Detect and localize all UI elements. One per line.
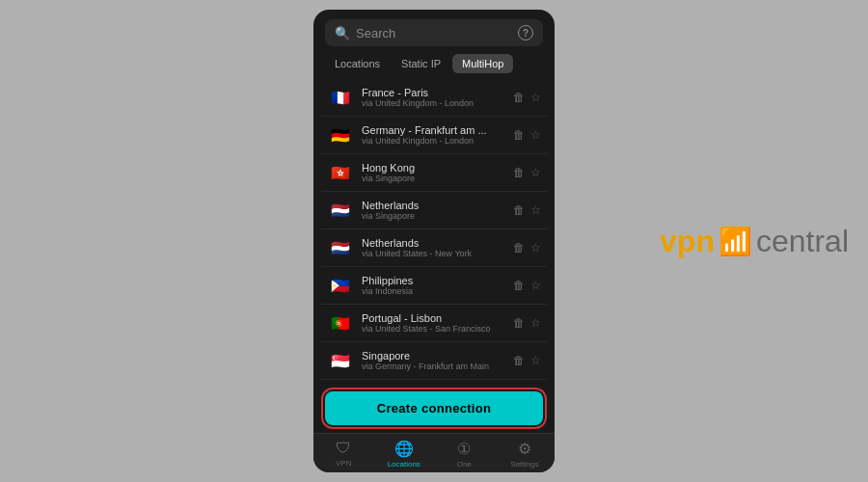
item-via: via Singapore: [362, 174, 505, 183]
list-item[interactable]: 🇭🇰 Hong Kong via Singapore 🗑 ☆: [321, 154, 547, 192]
signal-icon: 📶: [719, 226, 752, 257]
flag-icon: 🇳🇱: [327, 238, 354, 257]
help-icon[interactable]: ?: [518, 25, 533, 40]
delete-icon[interactable]: 🗑: [513, 316, 525, 330]
item-actions: 🗑 ☆: [513, 354, 541, 367]
item-name: Portugal - Lisbon: [362, 312, 505, 324]
star-icon[interactable]: ☆: [530, 354, 541, 367]
nav-label-one: One: [457, 460, 472, 469]
item-actions: 🗑 ☆: [513, 91, 541, 104]
item-name: Netherlands: [362, 200, 505, 211]
nav-icon-one: ①: [457, 440, 471, 458]
item-info: Portugal - Lisbon via United States - Sa…: [362, 312, 505, 334]
list-item[interactable]: 🇩🇪 Germany - Frankfurt am ... via United…: [321, 117, 547, 154]
item-name: Germany - Frankfurt am ...: [362, 124, 505, 136]
item-via: via United States - San Francisco: [362, 324, 505, 334]
flag-icon: 🇸🇬: [327, 351, 354, 370]
item-info: Germany - Frankfurt am ... via United Ki…: [362, 124, 505, 146]
flag-icon: 🇫🇷: [327, 88, 354, 107]
flag-icon: 🇭🇰: [327, 163, 354, 182]
nav-icon-locations: 🌐: [394, 440, 414, 458]
delete-icon[interactable]: 🗑: [513, 203, 525, 217]
item-via: via United States - New York: [362, 249, 505, 258]
item-name: Netherlands: [362, 237, 505, 249]
delete-icon[interactable]: 🗑: [513, 91, 525, 104]
item-info: Netherlands via Singapore: [362, 200, 505, 221]
bottom-nav: 🛡 VPN 🌐 Locations ① One ⚙ Settings: [313, 433, 555, 472]
item-via: via Germany - Frankfurt am Main: [362, 362, 505, 371]
search-bar: 🔍 Search ?: [325, 19, 543, 46]
list-item[interactable]: 🇫🇷 France - Paris via United Kingdom - L…: [321, 79, 547, 117]
star-icon[interactable]: ☆: [530, 166, 541, 179]
star-icon[interactable]: ☆: [530, 316, 541, 330]
list-item[interactable]: 🇳🇱 Netherlands via United States - New Y…: [321, 229, 547, 267]
list-item[interactable]: 🇵🇹 Portugal - Lisbon via United States -…: [321, 305, 547, 342]
create-connection-wrap: Create connection: [313, 384, 555, 433]
nav-item-vpn[interactable]: 🛡 VPN: [313, 438, 374, 470]
nav-item-locations[interactable]: 🌐 Locations: [374, 438, 435, 470]
flag-icon: 🇩🇪: [327, 125, 354, 145]
tab-multihop[interactable]: MultiHop: [452, 54, 513, 73]
item-info: Philippines via Indonesia: [362, 275, 505, 296]
nav-icon-settings: ⚙: [518, 440, 531, 458]
nav-label-vpn: VPN: [336, 459, 351, 468]
item-info: Hong Kong via Singapore: [362, 162, 505, 183]
item-via: via Indonesia: [362, 286, 505, 296]
item-info: France - Paris via United Kingdom - Lond…: [362, 87, 505, 108]
server-list: 🇫🇷 France - Paris via United Kingdom - L…: [313, 79, 555, 384]
item-actions: 🗑 ☆: [513, 241, 541, 254]
nav-item-settings[interactable]: ⚙ Settings: [495, 438, 556, 470]
item-actions: 🗑 ☆: [513, 316, 541, 330]
item-info: Singapore via Germany - Frankfurt am Mai…: [362, 350, 505, 371]
item-name: France - Paris: [362, 87, 505, 98]
flag-icon: 🇵🇹: [327, 313, 354, 333]
vpn-text: vpn: [660, 224, 715, 259]
nav-icon-vpn: 🛡: [336, 440, 351, 457]
phone-container: 🔍 Search ? Locations Static IP MultiHop …: [313, 10, 555, 472]
delete-icon[interactable]: 🗑: [513, 241, 525, 254]
delete-icon[interactable]: 🗑: [513, 279, 525, 292]
create-connection-button[interactable]: Create connection: [325, 391, 543, 425]
item-actions: 🗑 ☆: [513, 279, 541, 292]
star-icon[interactable]: ☆: [530, 203, 541, 217]
item-actions: 🗑 ☆: [513, 203, 541, 217]
item-via: via Singapore: [362, 211, 505, 221]
tabs: Locations Static IP MultiHop: [313, 54, 555, 73]
flag-icon: 🇳🇱: [327, 201, 354, 220]
list-item[interactable]: 🇸🇬 Singapore via Germany - Frankfurt am …: [321, 342, 547, 380]
item-name: Singapore: [362, 350, 505, 362]
star-icon[interactable]: ☆: [530, 128, 541, 142]
star-icon[interactable]: ☆: [530, 91, 541, 104]
tab-static-ip[interactable]: Static IP: [392, 54, 450, 73]
delete-icon[interactable]: 🗑: [513, 166, 525, 179]
flag-icon: 🇵🇭: [327, 276, 354, 295]
delete-icon[interactable]: 🗑: [513, 128, 525, 142]
search-icon: 🔍: [335, 26, 350, 40]
nav-label-locations: Locations: [388, 460, 420, 469]
nav-label-settings: Settings: [510, 460, 538, 469]
item-name: Hong Kong: [362, 162, 505, 174]
item-name: Philippines: [362, 275, 505, 286]
list-item[interactable]: 🇳🇱 Netherlands via Singapore 🗑 ☆: [321, 192, 547, 229]
item-actions: 🗑 ☆: [513, 128, 541, 142]
delete-icon[interactable]: 🗑: [513, 354, 525, 367]
item-via: via United Kingdom - London: [362, 136, 505, 146]
nav-item-one[interactable]: ① One: [434, 438, 495, 470]
star-icon[interactable]: ☆: [530, 241, 541, 254]
item-info: Netherlands via United States - New York: [362, 237, 505, 258]
list-item[interactable]: 🇵🇭 Philippines via Indonesia 🗑 ☆: [321, 267, 547, 305]
item-actions: 🗑 ☆: [513, 166, 541, 179]
item-via: via United Kingdom - London: [362, 98, 505, 108]
central-text: central: [756, 224, 849, 259]
watermark: vpn 📶 central: [660, 224, 849, 259]
search-placeholder[interactable]: Search: [356, 26, 512, 40]
star-icon[interactable]: ☆: [530, 279, 541, 292]
tab-locations[interactable]: Locations: [325, 54, 390, 73]
